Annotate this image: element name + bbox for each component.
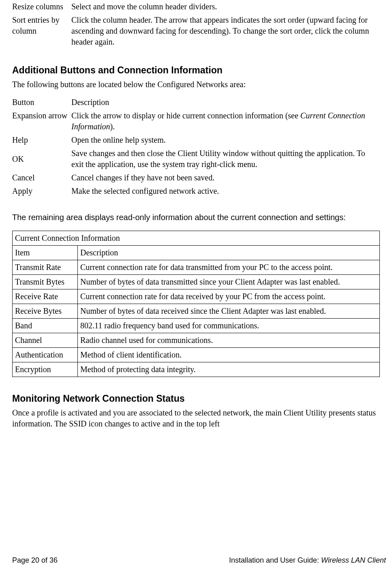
desc-cell: Click the arrow to display or hide curre… <box>71 109 380 133</box>
document-page: Resize columns Select and move the colum… <box>0 0 392 574</box>
desc-cell: Method of protecting data integrity. <box>78 362 380 377</box>
table-row: Sort entries by column Click the column … <box>12 13 380 49</box>
remaining-area-text: The remaining area displays read-only in… <box>12 212 380 223</box>
table-row: Band 802.11 radio frequency band used fo… <box>13 319 380 333</box>
footer-title-emph: Wireless LAN Client <box>321 556 386 564</box>
desc-cell: Save changes and then close the Client U… <box>71 147 380 171</box>
table-row: Receive Bytes Number of bytes of data re… <box>13 304 380 319</box>
table-row: Apply Make the selected configured netwo… <box>12 184 380 198</box>
desc-cell: Make the selected configured network act… <box>71 184 380 198</box>
term-cell: Expansion arrow <box>12 109 71 133</box>
intro-paragraph: The following buttons are located below … <box>12 79 380 90</box>
desc-cell: Method of client identification. <box>78 348 380 362</box>
item-cell: Receive Rate <box>13 289 78 304</box>
term-cell: OK <box>12 147 71 171</box>
desc-cell: Number of bytes of data received since t… <box>78 304 380 319</box>
desc-cell: 802.11 radio frequency band used for com… <box>78 319 380 333</box>
item-cell: Band <box>13 319 78 333</box>
table-row: Transmit Bytes Number of bytes of data t… <box>13 275 380 289</box>
term-cell: Resize columns <box>12 0 71 13</box>
buttons-table: Button Description Expansion arrow Click… <box>12 96 380 198</box>
footer-doc-title: Installation and User Guide: Wireless LA… <box>229 555 386 565</box>
table-row: Help Open the online help system. <box>12 133 380 147</box>
heading-monitoring: Monitoring Network Connection Status <box>12 392 380 405</box>
item-cell: Receive Bytes <box>13 304 78 319</box>
table-row: Transmit Rate Current connection rate fo… <box>13 260 380 275</box>
header-description: Description <box>71 96 380 109</box>
table-row: Receive Rate Current connection rate for… <box>13 289 380 304</box>
table-row: Channel Radio channel used for communica… <box>13 333 380 348</box>
desc-text: ). <box>110 122 115 131</box>
footer-page-number: Page 20 of 36 <box>12 555 58 565</box>
column-actions-table: Resize columns Select and move the colum… <box>12 0 380 49</box>
header-button: Button <box>12 96 71 109</box>
table-row: Cancel Cancel changes if they have not b… <box>12 171 380 184</box>
term-cell: Help <box>12 133 71 147</box>
desc-cell: Number of bytes of data transmitted sinc… <box>78 275 380 289</box>
table-row: Authentication Method of client identifi… <box>13 348 380 362</box>
monitoring-paragraph: Once a profile is activated and you are … <box>12 407 380 429</box>
term-cell: Cancel <box>12 171 71 184</box>
item-cell: Transmit Bytes <box>13 275 78 289</box>
table-row: Expansion arrow Click the arrow to displ… <box>12 109 380 133</box>
table-caption: Current Connection Information <box>13 231 380 246</box>
desc-cell: Cancel changes if they have not been sav… <box>71 171 380 184</box>
desc-cell: Current connection rate for data transmi… <box>78 260 380 275</box>
table-row: Encryption Method of protecting data int… <box>13 362 380 377</box>
header-item: Item <box>13 246 78 260</box>
table-caption-row: Current Connection Information <box>13 231 380 246</box>
desc-cell: Open the online help system. <box>71 133 380 147</box>
desc-cell: Current connection rate for data receive… <box>78 289 380 304</box>
current-connection-table: Current Connection Information Item Desc… <box>12 231 380 377</box>
term-cell: Sort entries by column <box>12 13 71 49</box>
desc-text: Click the arrow to display or hide curre… <box>71 111 300 120</box>
desc-cell: Click the column header. The arrow that … <box>71 13 380 49</box>
item-cell: Authentication <box>13 348 78 362</box>
footer-title-prefix: Installation and User Guide: <box>229 556 321 564</box>
table-row: Resize columns Select and move the colum… <box>12 0 380 13</box>
table-header-row: Button Description <box>12 96 380 109</box>
term-cell: Apply <box>12 184 71 198</box>
page-footer: Page 20 of 36 Installation and User Guid… <box>12 555 386 565</box>
table-row: OK Save changes and then close the Clien… <box>12 147 380 171</box>
item-cell: Transmit Rate <box>13 260 78 275</box>
desc-cell: Select and move the column header divide… <box>71 0 380 13</box>
table-header-row: Item Description <box>13 246 380 260</box>
desc-cell: Radio channel used for communications. <box>78 333 380 348</box>
header-description: Description <box>78 246 380 260</box>
heading-additional-buttons: Additional Buttons and Connection Inform… <box>12 64 380 77</box>
item-cell: Encryption <box>13 362 78 377</box>
item-cell: Channel <box>13 333 78 348</box>
